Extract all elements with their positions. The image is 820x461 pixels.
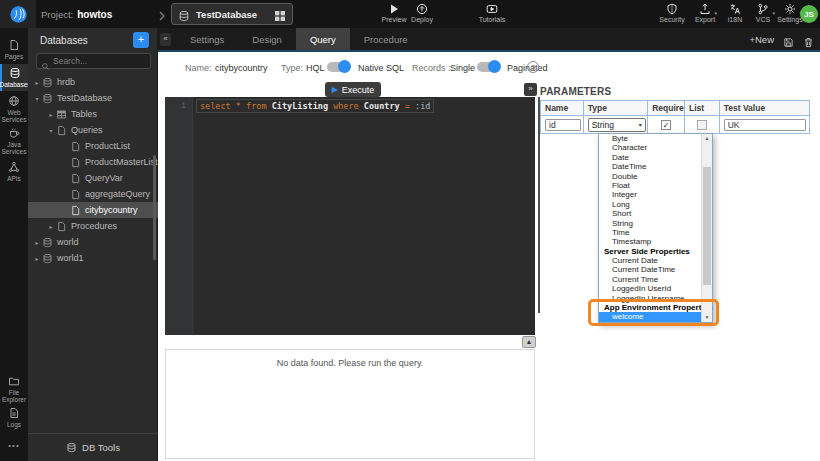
wavemaker-logo[interactable] xyxy=(0,0,36,28)
list-checkbox[interactable] xyxy=(697,120,707,130)
tree-item-testdatabase[interactable]: ▾TestDatabase xyxy=(28,90,158,106)
sidebar-item-apis[interactable]: APIs xyxy=(0,158,28,185)
avatar[interactable]: JS xyxy=(800,5,818,23)
tree-expand-icon[interactable]: ▸ xyxy=(46,111,56,118)
sidebar-item-pages[interactable]: Pages xyxy=(0,36,28,63)
dropdown-option-character[interactable]: Character xyxy=(599,143,702,152)
param-type-select[interactable]: String ▾ xyxy=(588,118,646,132)
tree-item-world[interactable]: ▸world xyxy=(28,234,158,250)
execute-button[interactable]: ▶ Execute xyxy=(325,82,381,97)
scrollbar-thumb[interactable] xyxy=(703,167,711,285)
tree-item-label: Tables xyxy=(71,109,97,119)
sidebar-item-java-services[interactable]: Java Services xyxy=(0,124,28,159)
editor-tab-bar: « SettingsDesignQueryProcedure +New xyxy=(158,28,820,50)
tree-item-label: ProductMasterList xyxy=(85,157,158,167)
tree-item-label: world xyxy=(57,237,79,247)
dropdown-option-short[interactable]: Short xyxy=(599,209,702,218)
collapse-parameters-button[interactable]: » xyxy=(524,83,537,96)
workspace-tab-testdatabase[interactable]: TestDatabase xyxy=(171,3,293,25)
sidebar-item-logs[interactable]: Logs xyxy=(0,404,28,431)
tree-item-productlist[interactable]: ProductList xyxy=(28,138,158,154)
dropdown-scrollbar[interactable]: ▲ ▼ xyxy=(701,134,712,322)
required-checkbox[interactable] xyxy=(661,120,671,130)
scroll-down-icon[interactable]: ▼ xyxy=(702,313,712,322)
tree-item-queryvar[interactable]: QueryVar xyxy=(28,170,158,186)
dropdown-option-double[interactable]: Double xyxy=(599,172,702,181)
dropdown-option-loggedin-username[interactable]: LoggedIn Username xyxy=(599,294,702,303)
dropdown-option-loggedin-userid[interactable]: LoggedIn UserId xyxy=(599,284,702,293)
help-icon[interactable]: ? xyxy=(527,61,539,73)
tree-item-world1[interactable]: ▸world1 xyxy=(28,250,158,266)
tutorials-button[interactable]: Tutorials xyxy=(476,3,508,23)
type-toggle[interactable] xyxy=(327,62,349,72)
more-icon: ••• xyxy=(8,441,19,450)
sidebar-item-web-services[interactable]: Web Services xyxy=(0,92,28,127)
type-option-native-sql[interactable]: Native SQL xyxy=(358,63,404,73)
dropdown-option-integer[interactable]: Integer xyxy=(599,190,702,199)
security-button[interactable]: Security xyxy=(656,3,688,23)
sql-editor[interactable]: 1 select * from CityListing where Countr… xyxy=(165,97,535,335)
export-button[interactable]: ▾Export xyxy=(689,3,721,23)
tree-expand-icon[interactable]: ▾ xyxy=(32,95,42,102)
sidebar-item-more[interactable]: ••• xyxy=(0,438,28,453)
save-icon[interactable] xyxy=(783,34,794,45)
dropdown-option-string[interactable]: String xyxy=(599,219,702,228)
dropdown-option-float[interactable]: Float xyxy=(599,181,702,190)
records-option-single[interactable]: Single xyxy=(450,63,475,73)
collapse-explorer-button[interactable]: « xyxy=(160,33,171,46)
sql-code-line[interactable]: select * from CityListing where Country … xyxy=(196,99,434,113)
dropdown-option-datetime[interactable]: DateTime xyxy=(599,162,702,171)
type-option-hql[interactable]: HQL xyxy=(306,63,325,73)
tree-expand-icon[interactable]: ▸ xyxy=(32,239,42,246)
tab-query[interactable]: Query xyxy=(296,28,350,50)
dropdown-option-welcome[interactable]: welcome xyxy=(599,312,702,321)
tab-design[interactable]: Design xyxy=(238,28,296,50)
sidebar-item-file-explorer[interactable]: File Explorer xyxy=(0,372,28,407)
security-label: Security xyxy=(659,16,684,23)
tree-item-queries[interactable]: ▾Queries xyxy=(28,122,158,138)
tab-procedure[interactable]: Procedure xyxy=(350,28,422,50)
dropdown-option-date[interactable]: Date xyxy=(599,153,702,162)
tree-expand-icon[interactable]: ▸ xyxy=(46,223,56,230)
databases-explorer-panel: Databases + ▸hrdb▾TestDatabase▸Tables▾Qu… xyxy=(28,28,158,461)
dropdown-option-time[interactable]: Time xyxy=(599,228,702,237)
name-label: Name: xyxy=(185,63,212,73)
db-tools-button[interactable]: DB Tools xyxy=(28,433,158,461)
records-toggle[interactable] xyxy=(477,62,499,72)
param-name-input[interactable] xyxy=(545,119,581,131)
dropdown-option-byte[interactable]: Byte xyxy=(599,134,702,143)
databases-icon xyxy=(9,67,21,79)
add-database-button[interactable]: + xyxy=(133,32,149,48)
explorer-title: Databases xyxy=(40,35,88,46)
tree-item-citybycountry[interactable]: citybycountry xyxy=(28,202,158,218)
param-test-value-input[interactable] xyxy=(724,119,806,131)
tree-item-hrdb[interactable]: ▸hrdb xyxy=(28,74,158,90)
new-query-button[interactable]: +New xyxy=(749,34,774,45)
tree-item-procedures[interactable]: ▸Procedures xyxy=(28,218,158,234)
delete-icon[interactable] xyxy=(803,34,814,45)
chevron-down-icon: ▾ xyxy=(714,10,717,16)
dropdown-option-long[interactable]: Long xyxy=(599,200,702,209)
dropdown-option-timestamp[interactable]: Timestamp xyxy=(599,237,702,246)
tree-item-tables[interactable]: ▸Tables xyxy=(28,106,158,122)
tab-settings[interactable]: Settings xyxy=(176,28,238,50)
tree-scrollbar[interactable] xyxy=(153,155,156,260)
tree-item-aggregatequery[interactable]: aggregateQuery xyxy=(28,186,158,202)
search-input[interactable] xyxy=(53,56,143,66)
dropdown-option-current-date[interactable]: Current Date xyxy=(599,256,702,265)
scroll-up-icon[interactable]: ▲ xyxy=(702,134,712,143)
dropdown-option-current-time[interactable]: Current Time xyxy=(599,275,702,284)
dropdown-option-current-datetime[interactable]: Current DateTime xyxy=(599,265,702,274)
collapse-results-button[interactable]: ▲ xyxy=(522,336,536,348)
grid-icon[interactable] xyxy=(274,8,286,20)
tree-expand-icon[interactable]: ▸ xyxy=(32,79,42,86)
tree-expand-icon[interactable]: ▸ xyxy=(32,255,42,262)
database-icon xyxy=(42,77,53,88)
project-name: howtos xyxy=(77,9,112,20)
tree-item-productmasterlist[interactable]: ProductMasterList xyxy=(28,154,158,170)
tab-underline xyxy=(158,50,820,52)
tree-expand-icon[interactable]: ▾ xyxy=(46,127,56,134)
column-header-name: Name xyxy=(541,101,584,116)
sidebar-item-databases[interactable]: Databases xyxy=(0,64,28,91)
deploy-button[interactable]: Deploy xyxy=(406,3,438,23)
